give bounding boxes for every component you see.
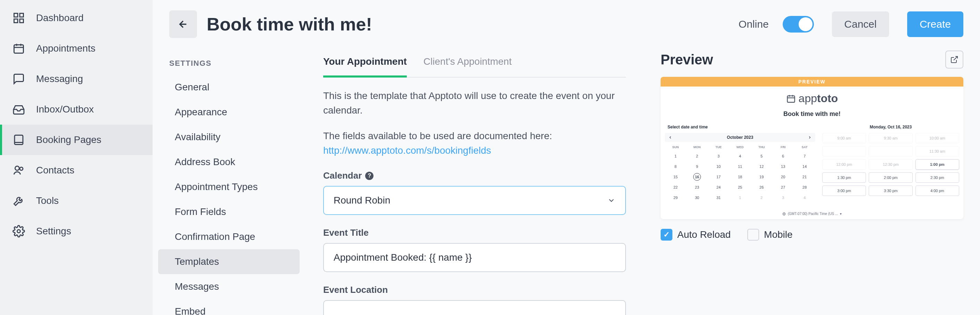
chevron-left-icon[interactable] bbox=[668, 135, 672, 139]
online-toggle[interactable] bbox=[783, 16, 814, 33]
chevron-right-icon[interactable] bbox=[808, 135, 812, 139]
time-slot[interactable]: 3:30 pm bbox=[869, 185, 912, 196]
online-label: Online bbox=[739, 18, 769, 30]
calendar-select[interactable]: Round Robin bbox=[323, 186, 626, 215]
time-slot[interactable]: 1:30 pm bbox=[822, 173, 866, 183]
calendar-day[interactable]: 26 bbox=[751, 182, 772, 193]
event-title-input[interactable] bbox=[323, 243, 626, 272]
calendar-day[interactable]: 4 bbox=[794, 193, 815, 203]
preview-banner: PREVIEW bbox=[660, 77, 963, 87]
nav-booking-pages[interactable]: Booking Pages bbox=[0, 125, 153, 155]
settings-appointment-types[interactable]: Appointment Types bbox=[158, 174, 300, 199]
calendar-day-header: FRI bbox=[772, 143, 794, 151]
back-button[interactable] bbox=[169, 10, 197, 38]
calendar-day[interactable]: 2 bbox=[751, 193, 772, 203]
nav-messaging[interactable]: Messaging bbox=[0, 64, 153, 94]
calendar-day[interactable]: 3 bbox=[708, 151, 729, 161]
calendar-day[interactable]: 8 bbox=[665, 161, 686, 172]
time-slot[interactable]: 1:00 pm bbox=[915, 159, 959, 169]
calendar-day[interactable]: 15 bbox=[665, 172, 686, 182]
time-slot[interactable]: 10:00 am bbox=[915, 133, 959, 143]
calendar-day[interactable]: 24 bbox=[708, 182, 729, 193]
time-slot[interactable]: 3:00 pm bbox=[822, 185, 866, 196]
auto-reload-checkbox[interactable]: Auto Reload bbox=[660, 229, 731, 241]
settings-confirmation-page[interactable]: Confirmation Page bbox=[158, 224, 300, 249]
preview-footer: Auto Reload Mobile bbox=[660, 229, 963, 241]
settings-embed[interactable]: Embed bbox=[158, 299, 300, 315]
time-slot[interactable]: 12:00 pm bbox=[822, 159, 866, 169]
nav-label: Appointments bbox=[36, 43, 95, 54]
calendar-day[interactable]: 10 bbox=[708, 161, 729, 172]
calendar-day[interactable]: 30 bbox=[686, 193, 708, 203]
settings-messages[interactable]: Messages bbox=[158, 274, 300, 299]
preview-booking-title: Book time with me! bbox=[660, 111, 963, 123]
calendar-day[interactable]: 25 bbox=[729, 182, 751, 193]
calendar-day[interactable]: 14 bbox=[794, 161, 815, 172]
calendar-day[interactable]: 28 bbox=[794, 182, 815, 193]
calendar-day[interactable]: 6 bbox=[772, 151, 794, 161]
create-button[interactable]: Create bbox=[907, 11, 963, 37]
time-slot[interactable]: 2:30 pm bbox=[915, 173, 959, 183]
settings-templates[interactable]: Templates bbox=[158, 249, 300, 274]
mobile-checkbox[interactable]: Mobile bbox=[747, 229, 792, 241]
calendar-day[interactable]: 23 bbox=[686, 182, 708, 193]
calendar-day[interactable]: 19 bbox=[751, 172, 772, 182]
tab-clients-appointment[interactable]: Client's Appointment bbox=[423, 51, 512, 78]
tab-your-appointment[interactable]: Your Appointment bbox=[323, 51, 407, 78]
time-slot[interactable]: 11:30 am bbox=[915, 146, 959, 157]
calendar-day[interactable]: 12 bbox=[751, 161, 772, 172]
calendar-table[interactable]: SUNMONTUEWEDTHUFRISAT 123456789101112131… bbox=[665, 143, 815, 203]
calendar-day[interactable]: 2 bbox=[686, 151, 708, 161]
settings-availability[interactable]: Availability bbox=[158, 125, 300, 150]
calendar-day[interactable]: 16 bbox=[686, 172, 708, 182]
nav-contacts[interactable]: Contacts bbox=[0, 155, 153, 185]
calendar-month: October 2023 bbox=[727, 135, 753, 140]
cancel-button[interactable]: Cancel bbox=[832, 11, 889, 37]
help-icon[interactable]: ? bbox=[365, 172, 374, 180]
message-icon bbox=[13, 73, 25, 85]
calendar-day[interactable]: 31 bbox=[708, 193, 729, 203]
calendar-day[interactable]: 11 bbox=[729, 161, 751, 172]
settings-general[interactable]: General bbox=[158, 75, 300, 100]
calendar-day[interactable]: 17 bbox=[708, 172, 729, 182]
calendar-day[interactable]: 22 bbox=[665, 182, 686, 193]
time-slot[interactable]: 9:00 am bbox=[822, 133, 866, 143]
nav-label: Settings bbox=[36, 226, 71, 237]
time-slot[interactable]: 12:30 pm bbox=[869, 159, 912, 169]
nav-tools[interactable]: Tools bbox=[0, 185, 153, 216]
settings-address-book[interactable]: Address Book bbox=[158, 150, 300, 174]
calendar-day[interactable]: 27 bbox=[772, 182, 794, 193]
nav-appointments[interactable]: Appointments bbox=[0, 33, 153, 64]
calendar-day[interactable]: 5 bbox=[751, 151, 772, 161]
tools-icon bbox=[13, 195, 25, 207]
calendar-day[interactable]: 7 bbox=[794, 151, 815, 161]
nav-dashboard[interactable]: Dashboard bbox=[0, 3, 153, 33]
doc-link[interactable]: http://www.apptoto.com/s/bookingfields bbox=[323, 145, 491, 156]
booking-icon bbox=[13, 134, 25, 146]
calendar-day[interactable]: 4 bbox=[729, 151, 751, 161]
calendar-day[interactable]: 29 bbox=[665, 193, 686, 203]
calendar-day[interactable]: 21 bbox=[794, 172, 815, 182]
calendar-day[interactable]: 1 bbox=[665, 151, 686, 161]
settings-form-fields[interactable]: Form Fields bbox=[158, 199, 300, 224]
nav-label: Contacts bbox=[36, 165, 75, 176]
time-slot[interactable]: 2:00 pm bbox=[869, 173, 912, 183]
calendar-day[interactable]: 9 bbox=[686, 161, 708, 172]
calendar-day[interactable]: 1 bbox=[729, 193, 751, 203]
dashboard-icon bbox=[13, 12, 25, 24]
time-slot[interactable]: 9:30 am bbox=[869, 133, 912, 143]
time-slot[interactable]: 4:00 pm bbox=[915, 185, 959, 196]
nav-settings[interactable]: Settings bbox=[0, 216, 153, 247]
contacts-icon bbox=[13, 164, 25, 177]
timezone-row[interactable]: (GMT-07:00) Pacific Time (US ... ▾ bbox=[660, 208, 963, 219]
calendar-day[interactable]: 20 bbox=[772, 172, 794, 182]
settings-appearance[interactable]: Appearance bbox=[158, 100, 300, 125]
calendar-day[interactable]: 13 bbox=[772, 161, 794, 172]
event-location-input[interactable] bbox=[323, 300, 626, 315]
calendar-day[interactable]: 18 bbox=[729, 172, 751, 182]
calendar-day[interactable]: 3 bbox=[772, 193, 794, 203]
template-description: This is the template that Apptoto will u… bbox=[323, 89, 626, 118]
open-external-button[interactable] bbox=[945, 51, 963, 68]
event-title-label: Event Title bbox=[323, 228, 626, 238]
nav-inbox-outbox[interactable]: Inbox/Outbox bbox=[0, 94, 153, 125]
